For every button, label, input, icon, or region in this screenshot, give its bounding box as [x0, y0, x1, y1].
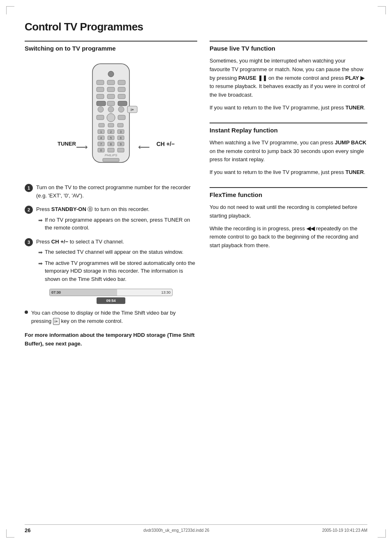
svg-rect-24	[118, 123, 123, 127]
step-2-arrow-text: If no TV programme appears on the screen…	[45, 216, 197, 232]
svg-point-16	[118, 107, 124, 112]
svg-point-15	[108, 107, 114, 112]
pause-section-title: Pause live TV function	[210, 45, 367, 52]
step-2-bold: STANDBY-ON	[51, 206, 86, 212]
svg-rect-21	[118, 115, 125, 120]
svg-point-14	[98, 107, 104, 112]
svg-rect-6	[107, 87, 115, 92]
svg-text:3: 3	[120, 130, 122, 133]
footer-file: dvdr3300h_uk_eng_17233d.indd 26	[143, 528, 209, 533]
timebar-label-left: 07:30	[51, 290, 61, 294]
page-container: Control TV Programmes Switching on to TV…	[0, 0, 392, 554]
left-column: Switching on to TV programme	[25, 41, 197, 348]
svg-rect-10	[118, 94, 125, 99]
note-text: For more information about the temporary…	[25, 331, 197, 348]
bullet-icon	[25, 311, 28, 314]
svg-point-1	[108, 71, 114, 77]
arrow-icon: ➡	[38, 216, 43, 225]
left-section-header: Switching on to TV programme	[25, 41, 197, 52]
svg-rect-46	[118, 148, 124, 152]
svg-rect-12	[107, 101, 115, 106]
corner-mark-tr	[378, 6, 386, 14]
svg-rect-8	[97, 94, 104, 99]
note-block: For more information about the temporary…	[25, 331, 197, 348]
svg-rect-22	[99, 123, 104, 127]
instructions: 1 Turn on the TV to the correct programm…	[25, 183, 197, 283]
remote-tuner-label: TUNER	[58, 141, 76, 147]
timebar-container: 07:30 13:30 09:54	[25, 289, 197, 304]
pause-para2: If you want to return to the live TV pro…	[210, 104, 367, 112]
bullet-suffix: key on the remote control.	[61, 318, 122, 324]
step-2-number: 2	[25, 206, 33, 214]
instant-section-title: Instant Replay function	[210, 127, 367, 134]
timebar: 07:30 13:30	[49, 289, 173, 296]
flextime-para1: You do not need to wait until the record…	[210, 203, 367, 220]
step-2-arrow: ➡ If no TV programme appears on the scre…	[38, 216, 197, 232]
svg-text:1: 1	[100, 130, 102, 133]
step-3: 3 Press CH +/− to select a TV channel. ➡…	[25, 238, 197, 283]
svg-point-20	[107, 114, 115, 122]
arrow-icon-2: ➡	[38, 260, 43, 268]
corner-mark-tl	[6, 6, 14, 14]
step-3-number: 3	[25, 238, 33, 246]
remote-area: i+ 1 2 3 4 5	[25, 58, 197, 177]
instant-bold1: JUMP BACK	[335, 139, 367, 146]
flextime-section: FlexTime function You do not need to wai…	[210, 187, 367, 250]
svg-rect-13	[118, 101, 127, 106]
svg-rect-4	[118, 80, 125, 85]
step-2: 2 Press STANDBY-ON Ⓑ to turn on this rec…	[25, 205, 197, 232]
svg-rect-7	[118, 87, 125, 92]
key-box-i: i+	[53, 318, 60, 325]
step-1-content: Turn on the TV to the correct programme …	[36, 183, 197, 199]
step-1-number: 1	[25, 184, 33, 192]
svg-text:6: 6	[120, 137, 122, 139]
flextime-para2: While the recording is in progress, pres…	[210, 225, 367, 250]
svg-rect-2	[97, 80, 104, 85]
corner-mark-br	[378, 529, 386, 538]
flextime-section-title: FlexTime function	[210, 191, 367, 198]
remote-ch-label: CH +/−	[157, 141, 175, 147]
step-2-content: Press STANDBY-ON Ⓑ to turn on this recor…	[36, 205, 197, 232]
instant-section-header: Instant Replay function	[210, 123, 367, 134]
arrow-icon-1: ➡	[38, 248, 43, 257]
pause-bold2: PLAY ▶	[345, 75, 364, 81]
tuner-arrow: ⟶	[76, 142, 88, 152]
page-number: 26	[25, 527, 30, 533]
flextime-section-header: FlexTime function	[210, 187, 367, 198]
pause-section-header: Pause live TV function	[210, 41, 367, 52]
remote-svg: i+ 1 2 3 4 5	[70, 62, 152, 173]
step-3-arrow1: ➡ The selected TV channel will appear on…	[38, 248, 197, 257]
step-3-arrow1-text: The selected TV channel will appear on t…	[45, 248, 183, 256]
step-1: 1 Turn on the TV to the correct programm…	[25, 183, 197, 199]
flextime-bold1: ◀◀	[307, 225, 315, 232]
svg-text:7: 7	[100, 143, 102, 146]
svg-rect-0	[92, 64, 129, 162]
pause-tuner: TUNER	[346, 104, 364, 111]
svg-rect-9	[107, 94, 115, 99]
footer-date: 2005-10-19 10:41:23 AM	[322, 528, 367, 533]
ch-arrow: ⟵	[138, 142, 150, 152]
page-title: Control TV Programmes	[25, 21, 367, 33]
timebar-marker: 09:54	[97, 297, 125, 304]
bullet-point: You can choose to display or hide the Ti…	[25, 309, 197, 325]
bullet-content: You can choose to display or hide the Ti…	[31, 309, 197, 325]
svg-rect-5	[97, 87, 104, 92]
instant-para1: When watching a live TV programme, you c…	[210, 139, 367, 164]
svg-text:PHILIPS: PHILIPS	[105, 153, 118, 157]
step-3-content: Press CH +/− to select a TV channel. ➡ T…	[36, 238, 197, 283]
svg-text:0: 0	[100, 149, 102, 152]
svg-text:4: 4	[100, 137, 102, 139]
left-section-title: Switching on to TV programme	[25, 45, 197, 52]
instant-tuner: TUNER	[346, 169, 364, 175]
page-footer: 26 dvdr3300h_uk_eng_17233d.indd 26 2005-…	[25, 524, 367, 533]
right-column: Pause live TV function Sometimes, you mi…	[210, 41, 367, 260]
timebar-label-right: 13:30	[161, 290, 171, 294]
svg-text:9: 9	[120, 143, 122, 146]
svg-text:8: 8	[110, 143, 112, 146]
pause-para1: Sometimes, you might be interrupted when…	[210, 57, 367, 100]
instant-section: Instant Replay function When watching a …	[210, 123, 367, 177]
step-1-text: Turn on the TV to the correct programme …	[36, 184, 191, 199]
main-content: Switching on to TV programme	[25, 41, 367, 348]
pause-section: Pause live TV function Sometimes, you mi…	[210, 41, 367, 112]
step-3-bold: CH +/−	[51, 239, 68, 245]
